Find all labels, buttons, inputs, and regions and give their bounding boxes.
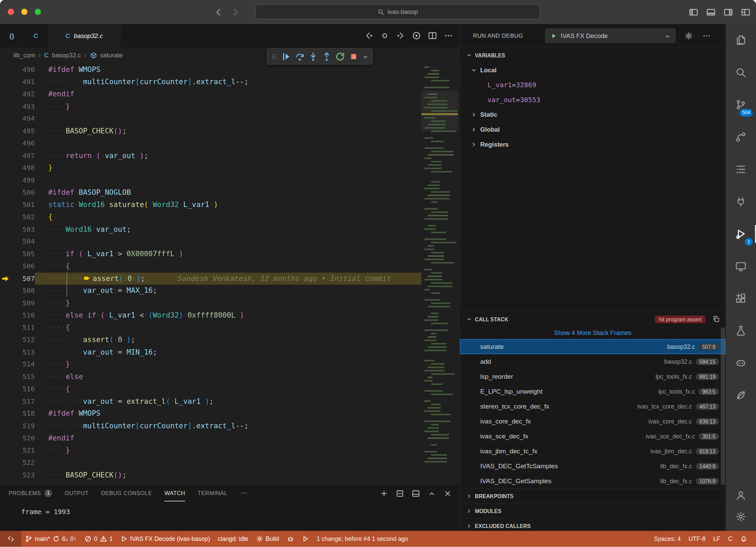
customize-layout-icon[interactable] xyxy=(741,7,750,17)
breadcrumb-symbol[interactable]: saturate xyxy=(100,51,123,58)
account-button[interactable] xyxy=(726,485,756,506)
stack-frame[interactable]: IVAS_DEC_GetTcSampleslib_dec_fx.c1440:9 xyxy=(460,459,725,474)
gutter-glyph[interactable] xyxy=(0,199,13,211)
code-line[interactable]: 492#endif xyxy=(0,88,421,100)
chevron-down-icon[interactable] xyxy=(362,52,369,61)
build-button[interactable]: Build xyxy=(252,531,283,547)
excluded-callers-header[interactable]: EXCLUDED CALLERS xyxy=(460,518,725,531)
gutter-glyph[interactable] xyxy=(0,63,13,76)
branch-status[interactable]: main* 6↓ 0↑ xyxy=(21,531,80,547)
gutter-glyph[interactable] xyxy=(0,100,13,113)
gutter-glyph[interactable] xyxy=(0,137,13,150)
activity-remote-explorer[interactable] xyxy=(726,250,756,282)
code-line[interactable]: 510····else·if·(·L_var1·<·(Word32)·0xfff… xyxy=(0,309,421,321)
stack-frame[interactable]: ivas_jbm_dec_tc_fxivas_jbm_dec.c919:13 xyxy=(460,444,725,458)
previous-change-icon[interactable] xyxy=(364,31,373,40)
code-line[interactable]: 503····Word16·var_out; xyxy=(0,223,421,235)
gear-icon[interactable] xyxy=(685,31,693,40)
code-line[interactable]: 513········var_out·=·MIN_16; xyxy=(0,346,421,358)
indentation-status[interactable]: Spaces: 4 xyxy=(650,535,685,542)
code-line[interactable]: 519········multiCounter[currCounter].ext… xyxy=(0,420,421,432)
gutter-glyph[interactable] xyxy=(0,125,13,137)
restart-icon[interactable] xyxy=(335,51,345,61)
back-icon[interactable] xyxy=(214,7,223,17)
pinned-tab-c-file[interactable]: C xyxy=(24,24,48,47)
code-line[interactable]: 491········multiCounter[currCounter].ext… xyxy=(0,76,421,88)
encoding-status[interactable]: UTF-8 xyxy=(685,535,709,542)
gutter-glyph[interactable] xyxy=(0,285,13,297)
settings-button[interactable] xyxy=(726,506,756,527)
code-line[interactable]: 518#ifdef·WMOPS xyxy=(0,408,421,420)
more-actions-icon[interactable] xyxy=(702,31,710,40)
notifications-button[interactable] xyxy=(736,535,751,542)
stack-frame[interactable]: ivas_sce_dec_fxivas_sce_dec_fx.c301:5 xyxy=(460,429,725,444)
debug-status[interactable]: IVAS FX Decode (ivas-basop) xyxy=(116,531,214,547)
code-line[interactable]: 522 xyxy=(0,457,421,469)
tab-basop32[interactable]: C basop32.c xyxy=(48,24,121,47)
stack-frame[interactable]: lsp_reorderlpc_tools_fx.c881:19 xyxy=(460,369,725,384)
code-line[interactable]: 515····else xyxy=(0,371,421,383)
clangd-status[interactable]: clangd: idle xyxy=(214,531,252,547)
gutter-glyph[interactable] xyxy=(0,272,13,285)
gutter-glyph[interactable] xyxy=(0,346,13,358)
code-line[interactable]: 494 xyxy=(0,113,421,125)
gutter-glyph[interactable] xyxy=(0,162,13,174)
code-line[interactable]: 505····if·(·L_var1·>·0X00007fffL·) xyxy=(0,248,421,260)
stack-frame[interactable]: saturatebasop32.c507:9 xyxy=(460,339,725,354)
gutter-glyph[interactable] xyxy=(0,88,13,100)
step-out-icon[interactable] xyxy=(322,51,332,61)
breakpoints-header[interactable]: BREAKPOINTS xyxy=(460,489,725,504)
activity-explorer[interactable] xyxy=(726,24,756,56)
activity-graph[interactable] xyxy=(726,121,756,153)
toggle-sidebar-icon[interactable] xyxy=(689,7,698,17)
sidebar-scrollbar[interactable] xyxy=(721,327,725,485)
gutter-glyph[interactable] xyxy=(0,211,13,223)
gutter-glyph[interactable] xyxy=(0,469,13,481)
code-line[interactable]: 499 xyxy=(0,174,421,186)
code-line[interactable]: 498} xyxy=(0,162,421,174)
copy-call-stack-icon[interactable] xyxy=(713,316,720,323)
code-line[interactable]: 495····BASOP_CHECK(); xyxy=(0,125,421,137)
collapse-all-icon[interactable] xyxy=(396,489,404,497)
gutter-glyph[interactable] xyxy=(0,432,13,444)
call-stack-header[interactable]: CALL STACK hit program assert xyxy=(460,311,725,326)
gutter-glyph[interactable] xyxy=(0,420,13,432)
activity-gitlens[interactable] xyxy=(726,379,756,411)
language-status[interactable]: C xyxy=(724,535,736,542)
stack-frame[interactable]: addbasop32.c584:15 xyxy=(460,354,725,369)
maximize-panel-icon[interactable] xyxy=(428,489,436,497)
more-tabs-icon[interactable] xyxy=(240,485,247,502)
start-debug-icon[interactable] xyxy=(550,32,557,40)
step-into-icon[interactable] xyxy=(308,51,318,61)
gutter-glyph[interactable] xyxy=(0,309,13,321)
gutter-glyph[interactable] xyxy=(0,358,13,371)
eol-status[interactable]: LF xyxy=(709,535,724,542)
code-line[interactable]: 514····} xyxy=(0,358,421,371)
gutter-glyph[interactable] xyxy=(0,445,13,457)
gutter-glyph[interactable] xyxy=(0,150,13,162)
breadcrumb-folder[interactable]: lib_com xyxy=(14,51,35,58)
tab-debug-console[interactable]: DEBUG CONSOLE xyxy=(101,485,152,502)
code-line[interactable]: 506····{ xyxy=(0,260,421,272)
activity-run-debug[interactable]: 1 xyxy=(726,218,756,250)
gutter-glyph[interactable] xyxy=(0,297,13,309)
launch-config-dropdown[interactable]: IVAS FX Decode xyxy=(545,29,676,43)
code-line[interactable]: 507········assert(·0·);Sandesh Venkatesh… xyxy=(0,272,421,285)
drag-gripper-icon[interactable] xyxy=(270,52,277,61)
panel-layout-icon[interactable] xyxy=(412,489,420,497)
code-line[interactable]: 516····{ xyxy=(0,383,421,395)
modules-header[interactable]: MODULES xyxy=(460,504,725,518)
activity-remote-tunnel[interactable] xyxy=(726,186,756,218)
code-line[interactable]: 521····} xyxy=(0,445,421,457)
stack-frame[interactable]: E_LPC_lsp_unweightlpc_tools_fx.c963:5 xyxy=(460,384,725,399)
gutter-glyph[interactable] xyxy=(0,334,13,346)
code-line[interactable]: 512········assert(·0·); xyxy=(0,334,421,346)
remote-indicator[interactable] xyxy=(0,531,21,547)
variables-group-registers[interactable]: Registers xyxy=(460,137,725,152)
code-line[interactable]: 502{ xyxy=(0,211,421,223)
stop-icon[interactable] xyxy=(348,51,359,61)
activity-copilot[interactable] xyxy=(726,347,756,379)
stack-frame[interactable]: stereo_tcx_core_dec_fxivas_tcx_core_dec.… xyxy=(460,399,725,414)
code-line[interactable]: 508········var_out·=·MAX_16; xyxy=(0,285,421,297)
code-line[interactable]: 511····{ xyxy=(0,322,421,334)
